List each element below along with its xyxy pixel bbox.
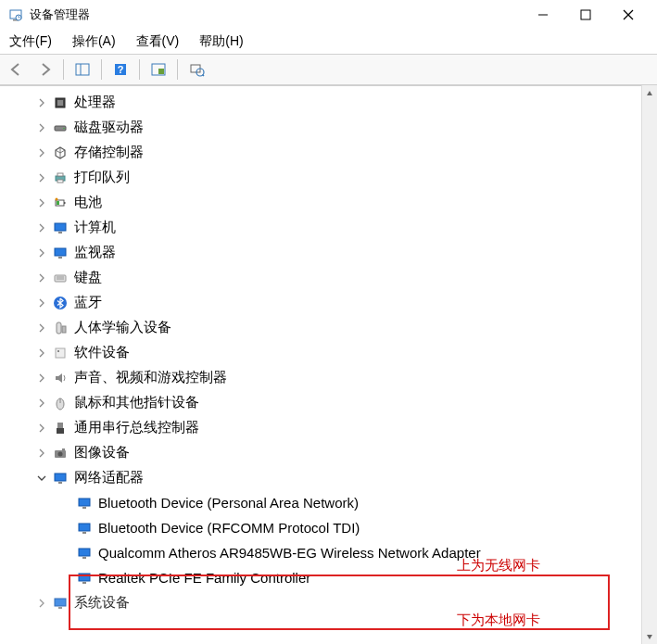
tree-node-label: 监视器	[74, 244, 116, 261]
tree-node[interactable]: 鼠标和其他指针设备	[0, 390, 657, 415]
svg-rect-53	[82, 532, 86, 534]
svg-point-27	[56, 197, 58, 200]
scan-hardware-button[interactable]	[183, 57, 209, 82]
scroll-up-icon[interactable]	[642, 85, 657, 101]
tree-node-label: 软件设备	[74, 344, 130, 361]
svg-rect-42	[57, 423, 63, 428]
svg-text:?: ?	[118, 64, 124, 75]
svg-rect-59	[58, 607, 62, 609]
chevron-icon[interactable]	[35, 123, 48, 133]
disk-icon	[52, 120, 69, 136]
chevron-icon[interactable]	[35, 599, 48, 608]
tree-node-label: 系统设备	[74, 594, 130, 612]
tree-node[interactable]: 打印队列	[0, 165, 657, 190]
svg-rect-18	[57, 100, 63, 106]
back-button[interactable]	[4, 57, 30, 82]
app-icon	[7, 6, 24, 23]
chevron-icon[interactable]	[35, 198, 48, 208]
sound-icon	[52, 370, 69, 386]
camera-icon	[52, 445, 69, 461]
svg-rect-36	[57, 322, 61, 334]
chevron-icon[interactable]	[35, 423, 48, 433]
window-controls	[522, 0, 650, 30]
vertical-scrollbar[interactable]	[641, 85, 657, 644]
forward-button[interactable]	[32, 57, 57, 82]
minimize-button[interactable]	[522, 0, 564, 30]
nic-icon	[76, 570, 93, 587]
tree-node[interactable]: 监视器	[0, 240, 657, 265]
software-icon	[52, 345, 69, 361]
tree-child-node[interactable]: Realtek PCIe FE Family Controller	[0, 565, 657, 590]
tree-node-label: 电池	[74, 194, 102, 211]
tree-node[interactable]: 通用串行总线控制器	[0, 415, 657, 440]
svg-line-16	[203, 75, 205, 77]
menu-action[interactable]: 操作(A)	[69, 32, 120, 52]
tree-node[interactable]: 存储控制器	[0, 140, 657, 165]
tree-child-node[interactable]: Bluetooth Device (Personal Area Network)	[0, 490, 657, 515]
chevron-icon[interactable]	[35, 273, 48, 283]
help-button[interactable]: ?	[107, 57, 133, 82]
tree-node-label: 计算机	[74, 219, 116, 236]
tree-child-node[interactable]: Bluetooth Device (RFCOMM Protocol TDI)	[0, 515, 657, 540]
bluetooth-icon	[52, 295, 69, 311]
tree-child-label: Bluetooth Device (RFCOMM Protocol TDI)	[98, 520, 360, 536]
tree-node[interactable]: 蓝牙	[0, 290, 657, 315]
chevron-icon[interactable]	[35, 323, 48, 333]
svg-rect-58	[55, 599, 66, 606]
tree-node[interactable]: 系统设备	[0, 590, 657, 615]
chevron-icon[interactable]	[35, 348, 48, 358]
tree-node[interactable]: 计算机	[0, 215, 657, 240]
tree-area: 处理器磁盘驱动器存储控制器打印队列电池计算机监视器键盘蓝牙人体学输入设备软件设备…	[0, 85, 657, 644]
show-hide-tree-button[interactable]	[69, 57, 95, 82]
monitor-icon	[52, 245, 69, 261]
menu-file[interactable]: 文件(F)	[6, 32, 56, 52]
tree-node[interactable]: 键盘	[0, 265, 657, 290]
hid-icon	[52, 320, 69, 336]
close-button[interactable]	[607, 0, 650, 30]
action-button[interactable]	[145, 57, 171, 82]
svg-rect-7	[76, 64, 89, 75]
tree-node[interactable]: 人体学输入设备	[0, 315, 657, 340]
tree-node[interactable]: 图像设备	[0, 440, 657, 465]
tree-node[interactable]: 电池	[0, 190, 657, 215]
tree-node[interactable]: 磁盘驱动器	[0, 115, 657, 140]
maximize-button[interactable]	[564, 0, 607, 30]
chevron-icon[interactable]	[35, 373, 48, 383]
svg-rect-4	[581, 10, 590, 19]
tree-node[interactable]: 软件设备	[0, 340, 657, 365]
tree-node[interactable]: 声音、视频和游戏控制器	[0, 365, 657, 390]
menu-view[interactable]: 查看(V)	[133, 32, 183, 52]
chevron-icon[interactable]	[35, 474, 48, 483]
scroll-down-icon[interactable]	[642, 628, 657, 644]
menu-help[interactable]: 帮助(H)	[196, 32, 246, 52]
svg-rect-43	[57, 428, 64, 434]
nic-icon	[76, 545, 93, 562]
chevron-icon[interactable]	[35, 173, 48, 183]
tree-child-node[interactable]: Qualcomm Atheros AR9485WB-EG Wireless Ne…	[0, 540, 657, 565]
window-title: 设备管理器	[30, 6, 522, 23]
svg-rect-55	[82, 557, 86, 559]
svg-rect-56	[79, 574, 90, 581]
chevron-icon[interactable]	[35, 98, 48, 107]
printer-icon	[52, 170, 69, 186]
chevron-icon[interactable]	[35, 148, 48, 158]
svg-rect-29	[58, 232, 62, 234]
chevron-icon[interactable]	[35, 248, 48, 258]
network-icon	[52, 470, 69, 486]
chevron-icon[interactable]	[35, 298, 48, 308]
tree-node-label: 网络适配器	[74, 469, 144, 486]
chevron-icon[interactable]	[35, 448, 48, 458]
toolbar-separator	[63, 59, 64, 80]
annotation-bottom: 下为本地网卡	[457, 612, 540, 629]
tree-node[interactable]: 处理器	[0, 90, 657, 115]
tree-node-label: 图像设备	[74, 444, 130, 461]
chevron-icon[interactable]	[35, 223, 48, 233]
tree-node[interactable]: 网络适配器	[0, 465, 657, 490]
menubar: 文件(F) 操作(A) 查看(V) 帮助(H)	[0, 30, 657, 54]
svg-point-20	[63, 127, 65, 129]
chevron-icon[interactable]	[35, 398, 48, 408]
tree-child-label: Bluetooth Device (Personal Area Network)	[98, 495, 359, 511]
annotation-top: 上为无线网卡	[457, 557, 540, 575]
mouse-icon	[52, 395, 69, 411]
battery-icon	[52, 195, 69, 211]
